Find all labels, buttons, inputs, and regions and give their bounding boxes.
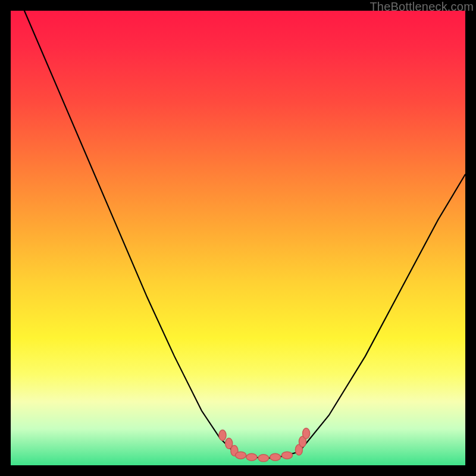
marker-bottom — [236, 452, 246, 459]
marker-bottom — [282, 452, 293, 459]
marker-bottom — [270, 453, 281, 461]
marker-bottom — [246, 453, 257, 461]
marker-left — [219, 430, 226, 441]
watermark-text: TheBottleneck.com — [369, 0, 474, 14]
chart-svg — [11, 11, 465, 465]
marker-bottom — [258, 455, 269, 462]
chart-frame — [11, 11, 465, 465]
marker-group — [219, 428, 310, 462]
marker-right — [303, 428, 310, 439]
bottleneck-curve — [24, 11, 465, 459]
